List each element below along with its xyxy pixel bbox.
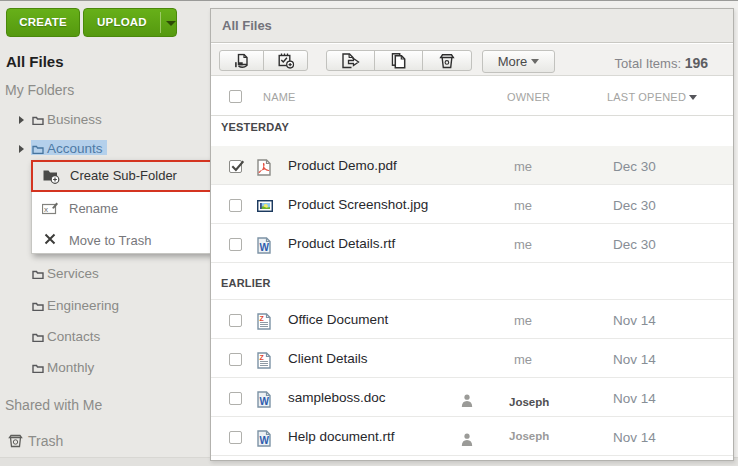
svg-text:W: W — [260, 395, 270, 406]
svg-text:W: W — [260, 241, 270, 252]
svg-text:Z: Z — [260, 314, 265, 321]
svg-text:x: x — [44, 205, 48, 214]
svg-text:Z: Z — [260, 353, 265, 360]
svg-text:W: W — [260, 434, 270, 445]
